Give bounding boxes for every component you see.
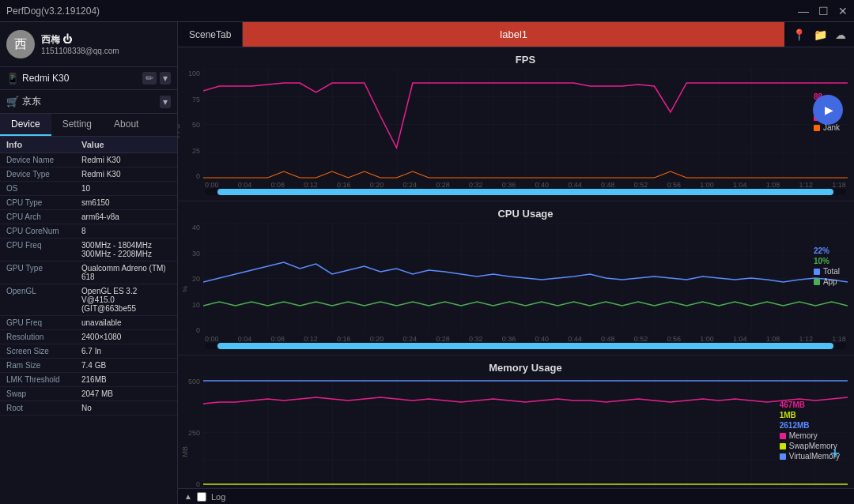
memory-label: Memory (780, 431, 840, 440)
info-cell: Device Type (6, 170, 81, 179)
fps-xtick-3: 0:12 (304, 181, 318, 189)
value-cell: 2047 MB (81, 389, 171, 398)
fps-xtick-12: 0:48 (601, 181, 615, 189)
device-icon: 📱 (6, 73, 19, 85)
fps-scrollbar-thumb[interactable] (217, 189, 833, 195)
memory-y-axis-label: MB (181, 446, 189, 457)
profile-section: 西 西梅 ⏻ 1151108338@qq.com (0, 22, 177, 67)
folder-icon[interactable]: 📁 (814, 28, 827, 41)
dropdown-device-button[interactable]: ▾ (160, 72, 171, 85)
play-button[interactable] (813, 95, 843, 125)
cpu-scrollbar[interactable] (205, 343, 846, 349)
fps-y-25: 25 (192, 147, 200, 155)
scene-tab-label[interactable]: SceneTab (178, 22, 243, 47)
device-actions: ✏ ▾ (142, 72, 171, 85)
cpu-xtick-1: 0:04 (238, 335, 252, 343)
fps-xtick-14: 0:56 (667, 181, 682, 189)
cloud-icon[interactable]: ☁ (835, 28, 846, 41)
memory-y-labels: 500 250 0 (179, 378, 200, 488)
cpu-chart-container: 40 30 20 10 0 CPU Usage (178, 201, 854, 355)
memory-label-text: Memory (789, 431, 818, 440)
tab-about[interactable]: About (103, 114, 149, 136)
info-cell: Ram Size (6, 361, 81, 370)
value-cell: Qualcomm Adreno (TM) 618 (81, 264, 171, 281)
table-header: Info Value (0, 137, 177, 153)
fps-xtick-2: 0:08 (271, 181, 285, 189)
table-row: Resolution2400×1080 (0, 330, 177, 344)
value-cell: 7.4 GB (81, 361, 171, 370)
cpu-xtick-5: 0:20 (370, 335, 384, 343)
cpu-xtick-19: 1:18 (832, 335, 846, 343)
scene-tabbar: SceneTab label1 📍 📁 ☁ (178, 22, 854, 47)
device-name: Redmi K30 (22, 73, 139, 84)
edit-device-button[interactable]: ✏ (142, 72, 157, 85)
fps-xtick-8: 0:32 (469, 181, 483, 189)
fps-y-axis-label: FPS (178, 124, 181, 138)
fps-xtick-0: 0:00 (205, 181, 219, 189)
memory-chart-container: 500 250 0 Memory Usage (178, 355, 854, 488)
minimize-button[interactable]: — (798, 5, 809, 17)
total-label: Total (823, 267, 840, 276)
cpu-y-axis-label: % (181, 286, 189, 292)
app-label: App (823, 277, 837, 286)
cpu-total-value: 22% (814, 246, 829, 255)
dropdown-platform-button[interactable]: ▾ (160, 96, 171, 108)
table-row: Screen Size6.7 In (0, 344, 177, 359)
svg-rect-2 (203, 377, 848, 487)
fps-chart-container: 100 75 50 25 0 FPS (178, 47, 854, 201)
cpu-xtick-10: 0:40 (535, 335, 550, 343)
info-cell: GPU Freq (6, 318, 81, 327)
fps-xtick-7: 0:28 (436, 181, 450, 189)
platform-icon: 🛒 (6, 96, 19, 107)
tab-setting[interactable]: Setting (51, 114, 103, 136)
value-cell: 2400×1080 (81, 333, 171, 341)
value-cell: No (81, 404, 171, 412)
cpu-xtick-7: 0:28 (436, 335, 450, 343)
fps-xtick-13: 0:52 (634, 181, 648, 189)
tab-device[interactable]: Device (0, 114, 51, 136)
table-row: GPU Frequnavailable (0, 316, 177, 330)
table-row: Ram Size7.4 GB (0, 359, 177, 373)
table-row: OpenGLOpenGL ES 3.2 V@415.0 (GIT@663be55 (0, 284, 177, 316)
mem-y-0: 0 (196, 480, 200, 488)
fps-y-labels: 100 75 50 25 0 (179, 70, 200, 180)
table-row: CPU Archarm64-v8a (0, 210, 177, 224)
cpu-chart-inner: 22% 10% Total App (203, 223, 848, 333)
close-button[interactable]: ✕ (838, 5, 848, 17)
username: 西梅 ⏻ (41, 33, 119, 47)
cpu-y-20: 20 (192, 275, 200, 283)
device-row: 📱 Redmi K30 ✏ ▾ (0, 67, 177, 90)
log-expand-arrow[interactable]: ▲ (184, 492, 192, 501)
titlebar: PerfDog(v3.2.191204) — ☐ ✕ (0, 0, 854, 22)
value-cell: 6.7 In (81, 347, 171, 355)
value-cell: arm64-v8a (81, 213, 171, 221)
value-cell: unavailable (81, 318, 171, 327)
maximize-button[interactable]: ☐ (818, 5, 829, 17)
fps-xtick-6: 0:24 (403, 181, 418, 189)
cpu-xtick-14: 0:56 (667, 335, 682, 343)
info-cell: CPU Type (6, 198, 81, 207)
info-cell: LMK Threshold (6, 375, 81, 384)
email: 1151108338@qq.com (41, 47, 119, 55)
cpu-xtick-9: 0:36 (502, 335, 516, 343)
memory-chart-title: Memory Usage (203, 362, 848, 374)
location-icon[interactable]: 📍 (792, 28, 806, 41)
fps-scrollbar[interactable] (205, 189, 846, 195)
log-checkbox[interactable] (197, 492, 206, 502)
cpu-xtick-18: 1:12 (799, 335, 814, 343)
info-cell: Screen Size (6, 347, 81, 355)
table-row: GPU TypeQualcomm Adreno (TM) 618 (0, 261, 177, 284)
value-cell: 10 (81, 184, 171, 193)
table-row: CPU Typesm6150 (0, 196, 177, 210)
header-value: Value (81, 140, 171, 149)
app-title: PerfDog(v3.2.191204) (6, 6, 100, 17)
add-chart-button[interactable]: + (824, 442, 846, 465)
table-row: OS10 (0, 182, 177, 196)
cpu-xtick-3: 0:12 (304, 335, 318, 343)
cpu-scrollbar-thumb[interactable] (217, 343, 833, 349)
right-panel: SceneTab label1 📍 📁 ☁ 100 75 50 25 0 (178, 22, 854, 504)
cpu-xtick-0: 0:00 (205, 335, 219, 343)
main-layout: 西 西梅 ⏻ 1151108338@qq.com 📱 Redmi K30 ✏ ▾… (0, 22, 854, 504)
fps-xtick-18: 1:12 (799, 181, 814, 189)
cpu-xtick-16: 1:04 (733, 335, 747, 343)
